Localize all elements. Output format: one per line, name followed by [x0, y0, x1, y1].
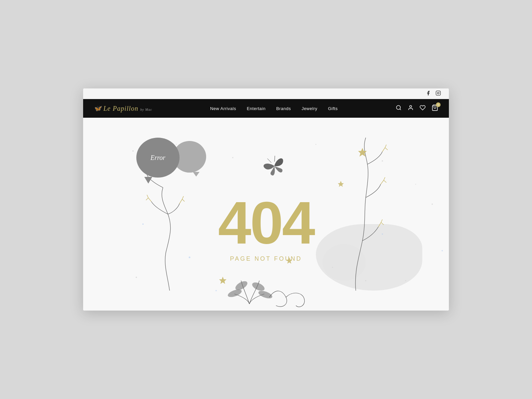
nav-item-brands[interactable]: Brands [276, 105, 291, 111]
cart-badge: 0 [436, 102, 441, 107]
error-label: Error [151, 154, 166, 162]
top-bar [83, 88, 449, 99]
nav-item-new-arrivals[interactable]: New Arrivals [210, 105, 236, 111]
gold-star-bottom-left [219, 277, 226, 284]
facebook-icon[interactable] [426, 90, 431, 97]
svg-point-9 [227, 288, 243, 299]
svg-point-1 [437, 92, 439, 94]
nav-link-brands[interactable]: Brands [276, 106, 291, 111]
browser-window: 🦋 Le Papillon by Mac New Arrivals Entert… [83, 88, 449, 311]
main-content: Error 404 PAGE NOT FOUND [83, 118, 449, 311]
svg-point-26 [432, 203, 433, 205]
svg-point-30 [136, 277, 137, 278]
blob-small [323, 244, 366, 281]
logo-butterfly-icon: 🦋 [94, 105, 101, 112]
svg-point-32 [442, 250, 443, 251]
wishlist-icon[interactable] [420, 105, 426, 112]
vine-left [146, 175, 185, 291]
svg-point-22 [415, 184, 416, 185]
nav-item-entertain[interactable]: Entertain [247, 105, 266, 111]
logo-sub: by Mac [140, 108, 152, 111]
nav-link-entertain[interactable]: Entertain [247, 106, 266, 111]
gold-shape-mid-right [338, 181, 344, 187]
svg-marker-16 [338, 181, 344, 187]
brand-logo[interactable]: 🦋 Le Papillon by Mac [94, 105, 152, 112]
nav-link-new-arrivals[interactable]: New Arrivals [210, 106, 236, 111]
error-404-code: 404 [218, 193, 314, 253]
svg-point-7 [234, 279, 249, 292]
gold-shape-top-right [358, 148, 367, 157]
nav-item-gifts[interactable]: Gifts [328, 105, 337, 111]
account-icon[interactable] [408, 105, 414, 112]
nav-link-jewelry[interactable]: Jewelry [302, 106, 318, 111]
bottom-foliage [227, 279, 305, 307]
svg-line-4 [400, 109, 401, 110]
svg-line-12 [273, 156, 277, 162]
search-icon[interactable] [396, 105, 402, 112]
nav-icons: 0 [396, 104, 438, 113]
svg-point-28 [215, 290, 217, 291]
svg-marker-13 [219, 277, 226, 284]
svg-point-10 [257, 289, 273, 300]
page-not-found-message: PAGE NOT FOUND [230, 255, 302, 262]
svg-point-20 [316, 144, 317, 145]
nav-link-gifts[interactable]: Gifts [328, 106, 337, 111]
svg-point-19 [232, 157, 233, 158]
instagram-icon[interactable] [436, 90, 441, 97]
cart-icon[interactable]: 0 [432, 104, 438, 113]
svg-marker-15 [358, 148, 367, 157]
logo-text: Le Papillon [103, 105, 138, 112]
svg-point-8 [251, 281, 266, 292]
bubble-main: Error [136, 138, 180, 178]
svg-point-17 [132, 150, 134, 152]
nav-links: New Arrivals Entertain Brands Jewelry Gi… [210, 105, 338, 111]
svg-point-3 [396, 105, 400, 109]
svg-line-11 [267, 158, 271, 163]
svg-rect-0 [436, 91, 440, 95]
butterfly-icon [261, 154, 287, 177]
svg-point-23 [142, 223, 144, 225]
svg-point-24 [189, 257, 191, 258]
navbar: 🦋 Le Papillon by Mac New Arrivals Entert… [83, 99, 449, 118]
error-speech-bubbles: Error [136, 138, 206, 178]
nav-item-jewelry[interactable]: Jewelry [302, 105, 318, 111]
svg-point-2 [439, 91, 440, 92]
svg-point-5 [410, 105, 412, 107]
svg-point-21 [382, 160, 383, 162]
